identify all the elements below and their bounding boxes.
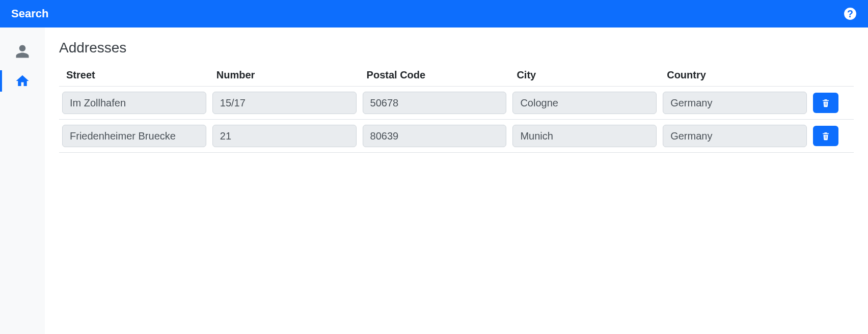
addresses-table: Street Number Postal Code City Country: [59, 64, 854, 153]
country-input[interactable]: [663, 92, 807, 114]
number-input[interactable]: [212, 125, 357, 147]
table-row: [59, 87, 854, 120]
main-content: Addresses Street Number Postal Code City…: [45, 27, 868, 334]
col-header-number: Number: [209, 64, 360, 87]
postal-input[interactable]: [363, 125, 507, 147]
city-input[interactable]: [512, 125, 657, 147]
postal-input[interactable]: [363, 92, 507, 114]
col-header-postal: Postal Code: [360, 64, 510, 87]
col-header-city: City: [509, 64, 660, 87]
sidebar-item-addresses[interactable]: [0, 66, 45, 96]
topbar: Search ?: [0, 0, 868, 27]
home-icon: [15, 73, 30, 89]
section-title: Addresses: [59, 40, 854, 56]
city-input[interactable]: [512, 92, 657, 114]
help-icon: ?: [844, 7, 857, 20]
col-header-actions: [810, 64, 854, 87]
delete-row-button[interactable]: [813, 126, 838, 146]
help-button[interactable]: ?: [844, 7, 857, 20]
col-header-street: Street: [59, 64, 209, 87]
col-header-country: Country: [660, 64, 810, 87]
number-input[interactable]: [212, 92, 357, 114]
table-header-row: Street Number Postal Code City Country: [59, 64, 854, 87]
delete-row-button[interactable]: [813, 93, 838, 113]
sidebar-item-person[interactable]: [0, 37, 45, 66]
street-input[interactable]: [62, 92, 206, 114]
trash-icon: [821, 131, 830, 141]
topbar-title: Search: [11, 7, 48, 20]
sidebar: [0, 27, 45, 334]
person-icon: [15, 44, 30, 59]
country-input[interactable]: [663, 125, 807, 147]
table-row: [59, 120, 854, 153]
body-wrap: Addresses Street Number Postal Code City…: [0, 27, 868, 334]
trash-icon: [821, 98, 830, 107]
street-input[interactable]: [62, 125, 206, 147]
svg-text:?: ?: [847, 8, 853, 19]
